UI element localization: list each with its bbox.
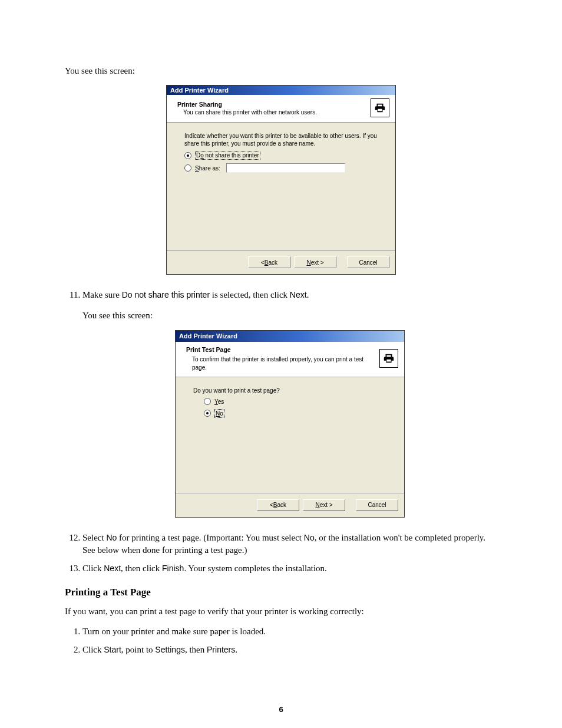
wizard-header: Print Test Page To confirm that the prin… (176, 342, 404, 377)
radio-icon (184, 164, 191, 172)
radio-icon (184, 152, 191, 159)
wizard-screenshot-2: Add Printer Wizard Print Test Page To co… (175, 330, 405, 518)
wizard-body: Indicate whether you want this printer t… (167, 123, 395, 250)
radio-label: Yes (214, 398, 224, 406)
intro-text-2: You see this screen: (82, 309, 497, 321)
radio-icon (204, 410, 211, 417)
section-title: Printing a Test Page (65, 587, 497, 598)
radio-yes[interactable]: Yes (204, 398, 386, 406)
wizard-footer: < Back Next > Cancel (176, 493, 404, 517)
page-number: 6 (0, 705, 562, 714)
radio-label: Do not share this printer (195, 151, 260, 160)
wizard-footer: < Back Next > Cancel (167, 250, 395, 274)
next-button[interactable]: Next > (303, 499, 345, 511)
radio-icon (204, 398, 211, 405)
wizard-header-subtitle: You can share this printer with other ne… (183, 109, 371, 116)
wizard-header-subtitle: To confirm that the printer is installed… (192, 355, 379, 372)
cancel-button[interactable]: Cancel (347, 256, 389, 268)
wizard-instruction: Indicate whether you want this printer t… (184, 132, 378, 147)
radio-no[interactable]: No (204, 409, 386, 418)
back-button[interactable]: < Back (257, 499, 299, 511)
printer-icon (371, 98, 389, 117)
wizard-title: Add Printer Wizard (167, 85, 395, 95)
radio-label: No (214, 409, 224, 418)
wizard-header: Printer Sharing You can share this print… (167, 95, 395, 123)
radio-share-as[interactable]: Share as: (184, 163, 378, 173)
radio-label: Share as: (195, 164, 220, 172)
test-page-intro: If you want, you can print a test page t… (65, 605, 497, 617)
step-13: Click Next, then click Finish. Your syst… (82, 562, 497, 575)
test-step-list: Turn on your printer and make sure paper… (65, 625, 497, 656)
share-name-input[interactable] (226, 163, 345, 173)
wizard-screenshot-1: Add Printer Wizard Printer Sharing You c… (166, 85, 396, 275)
test-step-2: Click Start, point to Settings, then Pri… (82, 644, 497, 656)
back-button[interactable]: < Back (248, 256, 290, 268)
wizard-header-title: Print Test Page (186, 345, 379, 354)
wizard-instruction: Do you want to print a test page? (193, 387, 386, 394)
step-list-1: Make sure Do not share this printer is s… (65, 289, 497, 574)
step-11: Make sure Do not share this printer is s… (82, 289, 497, 517)
printer-icon (379, 349, 398, 368)
test-step-1: Turn on your printer and make sure paper… (82, 625, 497, 638)
intro-text-1: You see this screen: (65, 65, 497, 77)
next-button[interactable]: Next > (294, 256, 336, 268)
radio-do-not-share[interactable]: Do not share this printer (184, 151, 378, 160)
cancel-button[interactable]: Cancel (356, 499, 398, 511)
wizard-body: Do you want to print a test page? Yes No (176, 377, 404, 493)
wizard-title: Add Printer Wizard (176, 331, 404, 342)
step-12: Select No for printing a test page. (Imp… (82, 532, 497, 556)
wizard-header-title: Printer Sharing (177, 101, 371, 108)
